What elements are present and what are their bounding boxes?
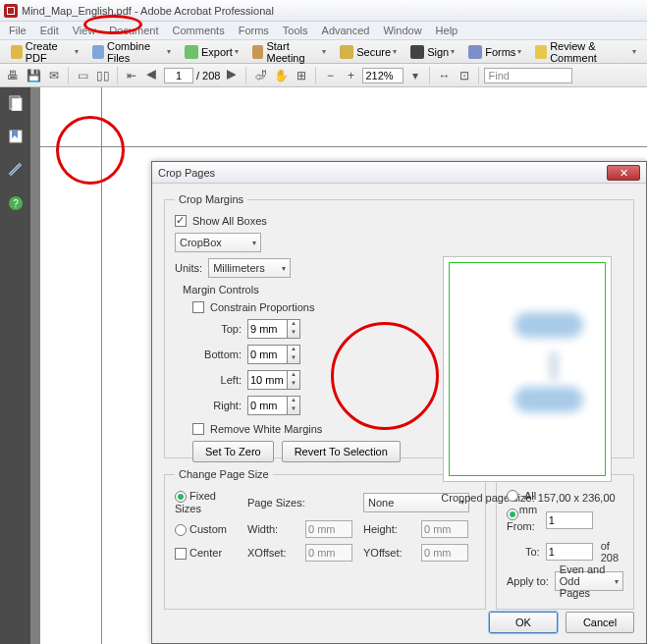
fit-page-icon[interactable]: ⊡ [456,67,473,84]
create-pdf-button[interactable]: Create PDF ▾ [5,38,84,66]
spin-down-icon[interactable]: ▼ [288,329,299,338]
hand-tool-icon[interactable]: ✋ [272,67,290,84]
show-all-boxes-checkbox[interactable] [175,215,187,227]
apply-to-select[interactable]: Even and Odd Pages ▾ [555,571,623,591]
page-number-input[interactable] [164,68,193,83]
change-page-size-legend: Change Page Size [175,468,273,480]
page-count-label: / 208 [196,70,220,81]
fixed-sizes-radio[interactable] [175,491,187,503]
menu-file[interactable]: File [2,23,33,38]
dropdown-icon: ▾ [451,47,455,56]
dropdown-icon: ▾ [75,47,79,56]
units-select[interactable]: Millimeters ▾ [208,258,291,278]
first-page-icon[interactable]: ⇤ [123,67,140,84]
right-margin-spinner[interactable]: ▲▼ [247,396,430,415]
find-input[interactable] [484,68,572,83]
review-comment-button[interactable]: Review & Comment ▾ [529,38,642,66]
dialog-titlebar[interactable]: Crop Pages ✕ [152,162,646,184]
start-meeting-label: Start Meeting [266,40,320,64]
top-margin-input[interactable] [247,319,287,339]
save-icon[interactable]: 💾 [25,67,42,84]
spin-up-icon[interactable]: ▲ [288,346,299,354]
zoom-out-icon[interactable]: − [321,67,339,84]
marquee-zoom-icon[interactable]: ⊞ [293,67,310,84]
bottom-margin-spinner[interactable]: ▲▼ [247,345,430,364]
crop-type-select[interactable]: CropBox ▾ [175,233,261,252]
set-to-zero-button[interactable]: Set To Zero [192,441,274,462]
bottom-label: Bottom: [192,349,242,360]
top-label: Top: [192,323,242,335]
constrain-proportions-checkbox[interactable] [192,301,204,313]
close-icon[interactable]: ✕ [607,165,640,181]
revert-to-selection-button[interactable]: Revert To Selection [282,441,401,462]
center-checkbox[interactable] [175,548,187,560]
review-comment-label: Review & Comment [550,40,630,64]
two-page-icon[interactable]: ▯▯ [94,67,112,84]
custom-label: Custom [189,523,227,535]
export-button[interactable]: Export ▾ [179,43,244,61]
acrobat-icon [4,4,18,18]
remove-white-margins-checkbox[interactable] [192,423,204,435]
left-margin-spinner[interactable]: ▲▼ [247,370,430,390]
select-tool-icon[interactable]: ⮰ [251,67,269,84]
menu-help[interactable]: Help [429,23,465,38]
zoom-input[interactable] [362,68,404,83]
menu-edit[interactable]: Edit [33,23,66,38]
signatures-panel-icon[interactable] [8,162,24,178]
prev-page-icon[interactable]: ⯇ [143,67,161,84]
yoffset-label: YOffset: [363,547,417,559]
right-margin-input[interactable] [247,396,287,415]
chevron-down-icon: ▾ [252,239,256,247]
print-icon[interactable]: 🖶 [4,67,22,84]
sign-button[interactable]: Sign ▾ [404,43,460,61]
bookmarks-panel-icon[interactable] [8,129,24,144]
bottom-margin-input[interactable] [247,345,287,364]
left-margin-input[interactable] [247,370,287,390]
ok-button[interactable]: OK [489,612,558,633]
menu-forms[interactable]: Forms [232,23,276,38]
fit-width-icon[interactable]: ↔ [435,67,453,84]
combine-files-button[interactable]: Combine Files ▾ [86,38,177,66]
menu-window[interactable]: Window [376,23,428,38]
svg-rect-1 [12,98,22,111]
dropdown-icon: ▾ [167,47,171,56]
custom-radio[interactable] [175,524,187,536]
spin-up-icon[interactable]: ▲ [288,371,299,380]
dropdown-icon: ▾ [393,47,397,56]
menu-advanced[interactable]: Advanced [315,23,377,38]
zoom-in-icon[interactable]: + [342,67,359,84]
export-label: Export [201,46,233,58]
email-icon[interactable]: ✉ [45,67,63,84]
zoom-dropdown-icon[interactable]: ▾ [406,67,424,84]
spin-down-icon[interactable]: ▼ [288,380,299,389]
help-panel-icon[interactable]: ? [8,195,24,211]
cancel-button[interactable]: Cancel [566,612,634,633]
toolbar-nav: 🖶 💾 ✉ ▭ ▯▯ ⇤ ⯇ / 208 ⯈ ⮰ ✋ ⊞ − + ▾ ↔ ⊡ [0,64,647,87]
margin-controls-label: Margin Controls [183,284,430,295]
all-radio[interactable] [507,490,518,502]
next-page-icon[interactable]: ⯈ [223,67,241,84]
spin-up-icon[interactable]: ▲ [288,320,299,329]
page-view-icon[interactable]: ▭ [74,67,91,84]
from-label: From: [507,520,535,532]
from-radio[interactable] [507,509,518,520]
xoffset-input [305,544,352,562]
menu-document[interactable]: Document [102,23,165,38]
show-all-boxes-label: Show All Boxes [192,215,267,227]
secure-button[interactable]: Secure ▾ [334,43,403,61]
spin-up-icon[interactable]: ▲ [288,397,299,405]
width-label: Width: [247,523,301,535]
forms-button[interactable]: Forms ▾ [462,43,527,61]
to-label: To: [507,546,540,558]
to-input[interactable] [546,543,593,561]
page-sizes-value: None [368,497,394,509]
menu-tools[interactable]: Tools [276,23,315,38]
spin-down-icon[interactable]: ▼ [288,405,299,414]
start-meeting-button[interactable]: Start Meeting ▾ [246,38,333,66]
dialog-title: Crop Pages [158,167,215,179]
menu-comments[interactable]: Comments [166,23,232,38]
menu-view[interactable]: View [66,23,103,38]
top-margin-spinner[interactable]: ▲▼ [247,319,430,339]
spin-down-icon[interactable]: ▼ [288,354,299,363]
pages-panel-icon[interactable] [8,95,24,111]
